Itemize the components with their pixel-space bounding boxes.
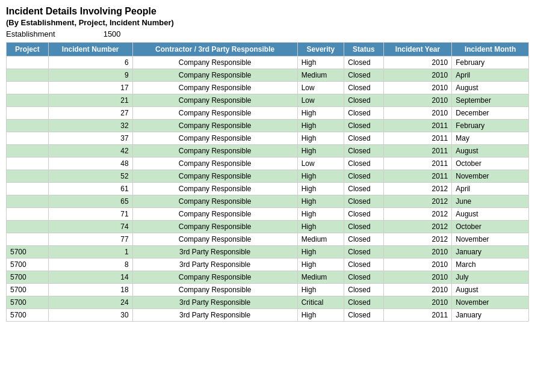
table-row: 27Company ResponsibleHighClosed2010Decem… (7, 107, 529, 120)
col-contractor: Contractor / 3rd Party Responsible (132, 43, 297, 57)
table-row: 77Company ResponsibleMediumClosed2012Nov… (7, 233, 529, 246)
table-row: 17Company ResponsibleLowClosed2010August (7, 82, 529, 94)
table-row: 5700303rd Party ResponsibleHighClosed201… (7, 309, 529, 322)
table-row: 74Company ResponsibleHighClosed2012Octob… (7, 221, 529, 233)
table-row: 32Company ResponsibleHighClosed2011Febru… (7, 120, 529, 132)
table-row: 5700243rd Party ResponsibleCriticalClose… (7, 296, 529, 309)
table-row: 570018Company ResponsibleHighClosed2010A… (7, 284, 529, 296)
establishment-label: Establishment (6, 29, 55, 38)
table-row: 65Company ResponsibleHighClosed2012June (7, 195, 529, 208)
table-row: 570013rd Party ResponsibleHighClosed2010… (7, 246, 529, 259)
col-project: Project (7, 43, 49, 57)
col-status: Status (344, 43, 383, 57)
table-row: 37Company ResponsibleHighClosed2011May (7, 132, 529, 145)
table-row: 71Company ResponsibleHighClosed2012Augus… (7, 208, 529, 221)
table-row: 9Company ResponsibleMediumClosed2010Apri… (7, 69, 529, 82)
table-row: 6Company ResponsibleHighClosed2010Februa… (7, 57, 529, 69)
table-row: 61Company ResponsibleHighClosed2012April (7, 183, 529, 195)
table-row: 48Company ResponsibleLowClosed2011Octobe… (7, 158, 529, 170)
col-incident-year: Incident Year (383, 43, 452, 57)
table-row: 21Company ResponsibleLowClosed2010Septem… (7, 94, 529, 107)
table-row: 570083rd Party ResponsibleHighClosed2010… (7, 259, 529, 271)
establishment-value: 1500 (104, 29, 121, 38)
table-row: 42Company ResponsibleHighClosed2011Augus… (7, 145, 529, 158)
table-row: 570014Company ResponsibleMediumClosed201… (7, 271, 529, 284)
incident-table: Project Incident Number Contractor / 3rd… (6, 42, 529, 322)
table-row: 52Company ResponsibleHighClosed2011Novem… (7, 170, 529, 183)
page-title: Incident Details Involving People (6, 6, 529, 17)
page-subtitle: (By Establishment, Project, Incident Num… (6, 18, 529, 27)
col-severity: Severity (297, 43, 344, 57)
col-incident-number: Incident Number (48, 43, 132, 57)
col-incident-month: Incident Month (452, 43, 529, 57)
